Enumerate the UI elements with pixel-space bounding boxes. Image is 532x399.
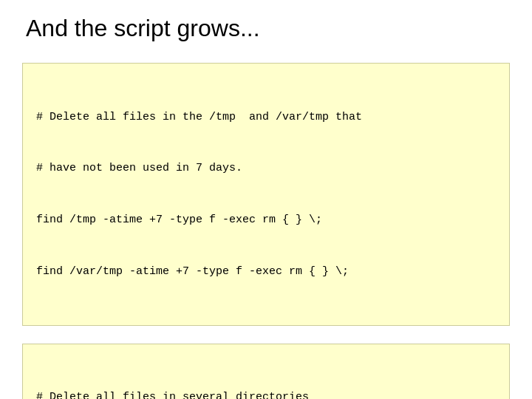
code-line: find /tmp -atime +7 -type f -exec rm { }… [36,211,496,228]
code-block-2: # Delete all files in several directorie… [22,344,510,400]
code-line: # Delete all files in the /tmp and /var/… [36,109,496,126]
code-line: # Delete all files in several directorie… [36,389,496,399]
page-title: And the script grows... [22,15,510,42]
code-line: find /var/tmp -atime +7 -type f -exec rm… [36,263,496,280]
code-line: # have not been used in 7 days. [36,160,496,177]
code-block-1: # Delete all files in the /tmp and /var/… [22,63,510,326]
page-container: And the script grows... # Delete all fil… [0,0,532,399]
